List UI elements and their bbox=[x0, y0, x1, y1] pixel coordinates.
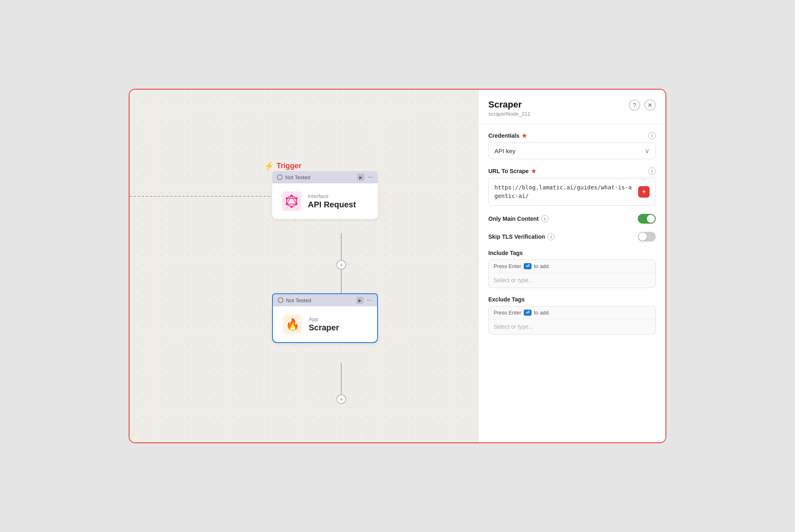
include-tags-group: Include Tags Press Enter ⏎ to add. Selec… bbox=[488, 250, 656, 288]
node-scraper-name: Scraper bbox=[309, 323, 339, 332]
include-tags-hint-text: Press Enter bbox=[494, 263, 521, 269]
panel-title: Scraper bbox=[488, 99, 530, 110]
exclude-tags-label-text: Exclude Tags bbox=[488, 296, 525, 303]
graphql-icon bbox=[282, 191, 301, 211]
status-actions-2[interactable]: ··· bbox=[356, 297, 372, 304]
panel-header-right[interactable]: ? ✕ bbox=[629, 99, 656, 111]
enter-badge-2: ⏎ bbox=[524, 310, 531, 316]
trigger-text: Trigger bbox=[277, 162, 301, 170]
vertical-connector-2 bbox=[341, 270, 342, 294]
node-api-request-status-bar: Not Tested ··· bbox=[272, 171, 378, 183]
only-main-content-info-icon[interactable]: i bbox=[541, 215, 549, 222]
url-value[interactable]: https://blog.lamatic.ai/guides/what-is-a… bbox=[494, 183, 634, 200]
only-main-content-row: Only Main Content i bbox=[488, 214, 656, 224]
status-actions[interactable]: ··· bbox=[357, 174, 373, 181]
add-node-button[interactable]: + bbox=[336, 260, 346, 270]
credentials-value: API key bbox=[494, 147, 516, 154]
node-scraper-info: App Scraper bbox=[309, 316, 339, 332]
include-tags-label-text: Include Tags bbox=[488, 250, 523, 256]
exclude-tags-hint-suffix: to add. bbox=[534, 310, 550, 316]
include-tags-hint: Press Enter ⏎ to add. bbox=[489, 260, 655, 273]
only-main-content-text: Only Main Content bbox=[488, 215, 539, 222]
chevron-down-icon: ∨ bbox=[645, 147, 650, 155]
help-button[interactable]: ? bbox=[629, 99, 640, 111]
include-tags-hint-suffix: to add. bbox=[534, 263, 550, 269]
play-button-2[interactable] bbox=[356, 297, 364, 304]
node-name: API Request bbox=[308, 200, 356, 209]
status-left-2: Not Tested bbox=[278, 297, 311, 303]
status-circle-2 bbox=[278, 297, 283, 303]
node-scraper-status-bar: Not Tested ··· bbox=[272, 293, 378, 306]
credentials-label-left: Credentials ★ bbox=[488, 132, 527, 139]
dashed-connector bbox=[130, 196, 274, 197]
toggle-knob bbox=[647, 215, 655, 223]
panel-header: Scraper scraperNode_211 ? ✕ bbox=[479, 90, 665, 124]
credentials-select[interactable]: API key ∨ bbox=[488, 143, 656, 159]
url-info-icon[interactable]: i bbox=[648, 167, 656, 175]
url-label-text: URL To Scrape bbox=[488, 168, 529, 174]
skip-tls-row: Skip TLS Verification i bbox=[488, 232, 656, 242]
skip-tls-text: Skip TLS Verification bbox=[488, 233, 545, 240]
include-tags-placeholder: Select or type... bbox=[494, 277, 533, 284]
fire-icon: 🔥 bbox=[283, 314, 302, 334]
skip-tls-knob bbox=[639, 233, 647, 241]
skip-tls-toggle[interactable] bbox=[638, 232, 656, 242]
right-panel: Scraper scraperNode_211 ? ✕ Credentials … bbox=[478, 90, 665, 442]
exclude-tags-group: Exclude Tags Press Enter ⏎ to add. Selec… bbox=[488, 296, 656, 334]
credentials-required: ★ bbox=[522, 132, 527, 139]
node-scraper[interactable]: Not Tested ··· 🔥 App Scraper bbox=[272, 293, 378, 343]
credentials-field-group: Credentials ★ i API key ∨ bbox=[488, 132, 656, 159]
node-api-request[interactable]: Not Tested ··· bbox=[272, 171, 378, 219]
exclude-tags-hint: Press Enter ⏎ to add. bbox=[489, 306, 655, 319]
url-label: URL To Scrape ★ i bbox=[488, 167, 656, 175]
exclude-tags-select[interactable]: Select or type... bbox=[489, 319, 655, 334]
exclude-tags-hint-text: Press Enter bbox=[494, 310, 521, 316]
skip-tls-info-icon[interactable]: i bbox=[547, 233, 555, 240]
exclude-tags-input-area[interactable]: Press Enter ⏎ to add. Select or type... bbox=[488, 306, 656, 334]
canvas-area[interactable]: ⚡ Trigger Not Tested ··· bbox=[130, 90, 478, 442]
trigger-label: ⚡ Trigger bbox=[264, 161, 301, 171]
url-field-group: URL To Scrape ★ i https://blog.lamatic.a… bbox=[488, 167, 656, 206]
credentials-label-text: Credentials bbox=[488, 132, 519, 139]
credentials-label: Credentials ★ i bbox=[488, 132, 656, 139]
node-info: Interface API Request bbox=[308, 193, 356, 209]
skip-tls-label: Skip TLS Verification i bbox=[488, 233, 555, 240]
include-tags-select[interactable]: Select or type... bbox=[489, 273, 655, 288]
close-button[interactable]: ✕ bbox=[644, 99, 656, 111]
node-scraper-card[interactable]: 🔥 App Scraper bbox=[272, 306, 378, 343]
node-api-request-card[interactable]: Interface API Request bbox=[272, 183, 378, 219]
node-scraper-type: App bbox=[309, 316, 339, 322]
status-circle bbox=[277, 174, 283, 180]
only-main-content-toggle[interactable] bbox=[638, 214, 656, 224]
panel-body: Credentials ★ i API key ∨ URL To Scrape … bbox=[479, 124, 665, 343]
panel-header-left: Scraper scraperNode_211 bbox=[488, 99, 530, 117]
node-type: Interface bbox=[308, 193, 356, 199]
status-text: Not Tested bbox=[285, 174, 310, 180]
main-container: ⚡ Trigger Not Tested ··· bbox=[129, 89, 666, 443]
status-text-2: Not Tested bbox=[286, 297, 311, 303]
more-options[interactable]: ··· bbox=[368, 174, 373, 181]
vertical-connector-3 bbox=[341, 363, 342, 396]
only-main-content-label: Only Main Content i bbox=[488, 215, 549, 222]
enter-badge: ⏎ bbox=[524, 263, 531, 269]
exclude-tags-placeholder: Select or type... bbox=[494, 323, 533, 330]
play-button[interactable] bbox=[357, 174, 365, 181]
credentials-info-icon[interactable]: i bbox=[648, 132, 656, 139]
status-left: Not Tested bbox=[277, 174, 310, 180]
include-tags-input-area[interactable]: Press Enter ⏎ to add. Select or type... bbox=[488, 259, 656, 288]
more-options-2[interactable]: ··· bbox=[367, 297, 372, 304]
include-tags-label: Include Tags bbox=[488, 250, 656, 256]
panel-subtitle: scraperNode_211 bbox=[488, 111, 530, 117]
url-required: ★ bbox=[531, 168, 536, 174]
url-field-wrapper[interactable]: https://blog.lamatic.ai/guides/what-is-a… bbox=[488, 178, 656, 206]
url-add-button[interactable]: + bbox=[638, 186, 650, 198]
bolt-icon: ⚡ bbox=[264, 161, 274, 171]
add-node-button-2[interactable]: + bbox=[336, 394, 346, 404]
url-label-left: URL To Scrape ★ bbox=[488, 168, 536, 174]
exclude-tags-label: Exclude Tags bbox=[488, 296, 656, 303]
